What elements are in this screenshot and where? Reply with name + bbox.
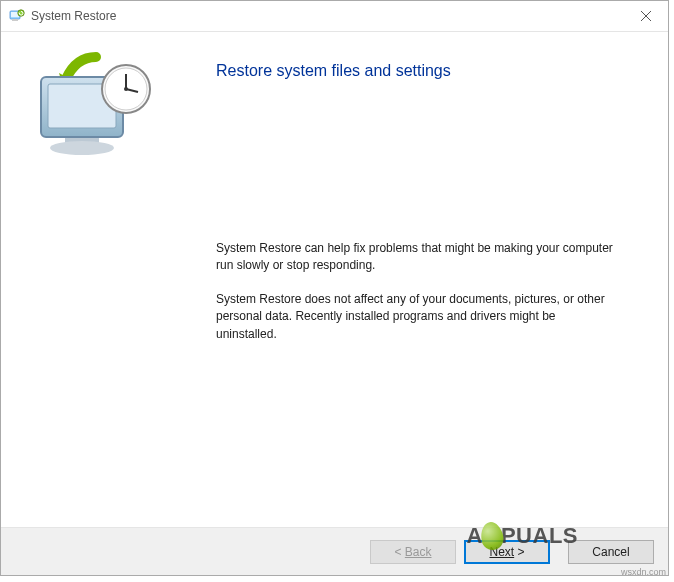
wizard-content: Restore system files and settings System… bbox=[191, 32, 668, 527]
window-title: System Restore bbox=[31, 9, 116, 23]
source-watermark: wsxdn.com bbox=[621, 567, 666, 577]
description-paragraph-2: System Restore does not affect any of yo… bbox=[216, 291, 616, 343]
dialog-body: Restore system files and settings System… bbox=[1, 31, 668, 528]
svg-point-11 bbox=[50, 141, 114, 155]
page-heading: Restore system files and settings bbox=[216, 62, 628, 80]
description-paragraph-1: System Restore can help fix problems tha… bbox=[216, 240, 616, 275]
system-restore-icon bbox=[9, 8, 25, 24]
svg-rect-2 bbox=[12, 19, 18, 21]
svg-point-16 bbox=[124, 87, 128, 91]
cancel-button[interactable]: Cancel bbox=[568, 540, 654, 564]
wizard-sidebar bbox=[1, 32, 191, 527]
system-restore-window: System Restore bbox=[0, 0, 669, 576]
restore-monitor-clock-icon bbox=[21, 47, 171, 167]
appuals-watermark-logo: APUALS bbox=[467, 522, 578, 550]
titlebar: System Restore bbox=[1, 1, 668, 31]
close-button[interactable] bbox=[623, 1, 668, 31]
back-button: < Back bbox=[370, 540, 456, 564]
